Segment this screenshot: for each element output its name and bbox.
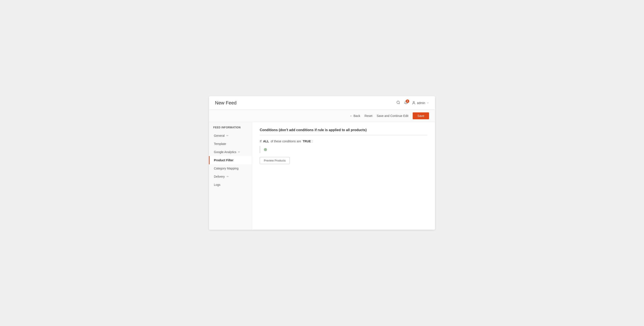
edit-icon: ✏	[226, 134, 228, 137]
conditions-middle: of these conditions are	[271, 140, 301, 143]
user-icon	[412, 101, 416, 105]
sidebar-section-title: FEED INFORMATION	[209, 122, 252, 132]
sidebar-item-label: Logs	[214, 183, 220, 186]
sidebar-item-google-analytics[interactable]: Google Analytics ✏	[209, 148, 252, 156]
conditions-all: ALL	[263, 140, 269, 143]
conditions-title: Conditions (don't add conditions if rule…	[260, 128, 427, 132]
conditions-if: If	[260, 140, 262, 143]
page-title: New Feed	[215, 100, 236, 106]
sidebar-item-product-filter[interactable]: Product Filter	[209, 156, 252, 164]
main-content: FEED INFORMATION General ✏ Template Goog…	[209, 122, 435, 230]
sidebar-item-category-mapping[interactable]: Category Mapping	[209, 164, 252, 172]
conditions-colon: :	[312, 140, 312, 143]
header-actions: 2 admin	[396, 100, 429, 106]
user-name: admin	[417, 101, 425, 105]
sidebar-item-label: General	[214, 134, 225, 138]
save-continue-button[interactable]: Save and Continue Edit	[377, 114, 408, 118]
conditions-inner: ⊕	[260, 146, 427, 153]
sidebar-item-logs[interactable]: Logs	[209, 181, 252, 189]
sidebar-item-label: Delivery	[214, 175, 225, 178]
toolbar: ← Back Reset Save and Continue Edit Save	[209, 110, 435, 122]
notifications-button[interactable]: 2	[404, 100, 408, 105]
page-wrapper: New Feed 2 admin	[209, 96, 435, 230]
search-button[interactable]	[396, 100, 400, 106]
sidebar-item-label: Google Analytics	[214, 150, 236, 154]
svg-point-0	[397, 101, 399, 104]
edit-icon: ✏	[238, 150, 240, 154]
svg-point-2	[413, 102, 414, 103]
content-area: Conditions (don't add conditions if rule…	[252, 122, 435, 230]
save-button[interactable]: Save	[413, 112, 429, 119]
sidebar-item-template[interactable]: Template	[209, 140, 252, 148]
conditions-true: TRUE	[302, 140, 311, 143]
preview-products-button[interactable]: Preview Products	[260, 157, 290, 164]
add-condition-button[interactable]: ⊕	[264, 147, 267, 152]
user-menu[interactable]: admin	[412, 101, 429, 105]
reset-button[interactable]: Reset	[364, 114, 372, 118]
search-icon	[396, 100, 400, 104]
back-button[interactable]: ← Back	[350, 114, 360, 118]
notification-badge: 2	[406, 100, 409, 103]
sidebar-item-label: Category Mapping	[214, 167, 238, 170]
sidebar-item-label: Product Filter	[214, 158, 234, 162]
conditions-row: If ALL of these conditions are TRUE :	[260, 140, 427, 143]
edit-icon: ✏	[226, 175, 229, 178]
svg-line-1	[399, 103, 400, 104]
sidebar: FEED INFORMATION General ✏ Template Goog…	[209, 122, 252, 230]
sidebar-item-general[interactable]: General ✏	[209, 132, 252, 140]
sidebar-item-delivery[interactable]: Delivery ✏	[209, 172, 252, 181]
sidebar-item-label: Template	[214, 142, 226, 146]
divider	[260, 135, 427, 135]
page-header: New Feed 2 admin	[209, 96, 435, 110]
chevron-down-icon	[426, 102, 429, 104]
